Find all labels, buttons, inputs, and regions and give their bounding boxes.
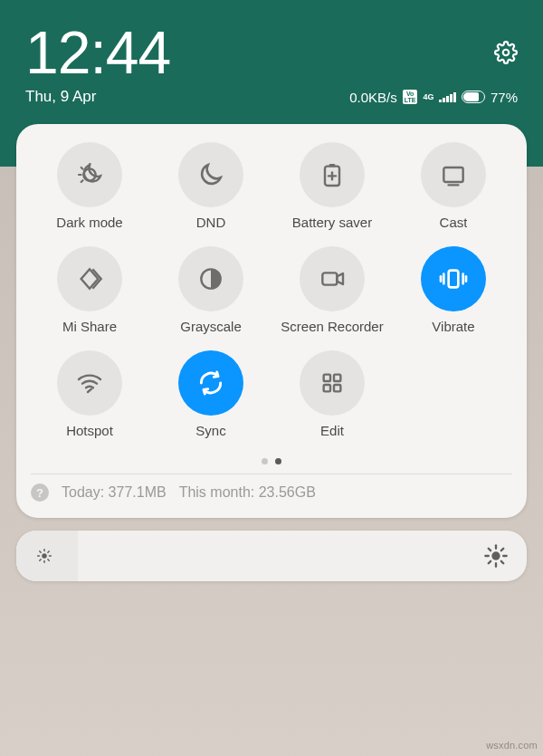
tile-mi-share[interactable]: Mi Share — [29, 246, 150, 334]
battery-percent: 77% — [491, 90, 518, 105]
status-indicators: 0.0KB/s VoLTE 4G 77% — [349, 90, 518, 105]
tile-edit[interactable]: Edit — [272, 350, 393, 438]
svg-line-17 — [489, 561, 491, 563]
data-usage-row[interactable]: ? Today: 377.1MB This month: 23.56GB — [29, 482, 514, 509]
settings-button[interactable] — [494, 41, 518, 64]
svg-line-9 — [48, 551, 49, 552]
info-icon: ? — [31, 483, 49, 502]
svg-point-1 — [42, 553, 47, 559]
tile-label: Mi Share — [62, 319, 117, 334]
half-circle-icon — [178, 246, 243, 311]
tile-label: Grayscale — [180, 319, 242, 334]
status-date: Thu, 9 Apr — [25, 88, 96, 106]
tile-label: Vibrate — [432, 319, 474, 334]
svg-point-10 — [491, 551, 500, 560]
tile-dark-mode[interactable]: Dark mode — [29, 142, 150, 230]
pagination-dots[interactable] — [29, 458, 514, 464]
moon-icon — [178, 142, 243, 207]
tile-battery-saver[interactable]: Battery saver — [272, 142, 393, 230]
network-type-icon: 4G — [423, 93, 433, 101]
tile-dnd[interactable]: DND — [150, 142, 272, 230]
brightness-slider[interactable] — [16, 531, 527, 581]
svg-line-8 — [40, 560, 41, 560]
status-header: 12:44 Thu, 9 Apr 0.0KB/s VoLTE 4G 77% — [0, 0, 543, 113]
panel-divider — [31, 474, 512, 474]
grid-icon — [300, 350, 365, 416]
volte-icon: VoLTE — [403, 90, 418, 104]
tile-grayscale[interactable]: Grayscale — [150, 246, 272, 334]
tile-label: Hotspot — [66, 423, 113, 438]
tile-label: Edit — [320, 423, 344, 438]
tile-label: Dark mode — [56, 215, 122, 230]
tile-label: Sync — [195, 423, 225, 438]
tile-label: Cast — [440, 215, 468, 230]
tile-label: Battery saver — [292, 215, 372, 230]
svg-point-0 — [503, 50, 510, 56]
tile-grid: Dark modeDNDBattery saverCastMi ShareGra… — [29, 142, 514, 438]
watermark: wsxdn.com — [486, 740, 538, 751]
wifi-hotspot-icon — [57, 350, 122, 416]
dark-mode-icon — [57, 142, 122, 207]
net-speed: 0.0KB/s — [349, 90, 397, 105]
share-diamond-icon — [57, 246, 122, 311]
signal-bars-icon — [439, 91, 456, 102]
tile-label: DND — [196, 215, 226, 230]
brightness-high-icon — [483, 543, 509, 569]
quick-settings-panel: Dark modeDNDBattery saverCastMi ShareGra… — [16, 124, 527, 518]
tile-screen-recorder[interactable]: Screen Recorder — [272, 246, 393, 334]
video-camera-icon — [300, 246, 365, 311]
sync-icon — [178, 350, 243, 416]
tile-vibrate[interactable]: Vibrate — [393, 246, 514, 334]
page-dot-2[interactable] — [275, 458, 281, 464]
battery-icon — [462, 91, 485, 103]
data-usage-today: Today: 377.1MB — [62, 484, 167, 501]
battery-plus-icon — [300, 142, 365, 207]
svg-line-6 — [40, 551, 41, 552]
clock-time: 12:44 — [25, 23, 170, 82]
cast-icon — [421, 142, 486, 207]
tile-sync[interactable]: Sync — [150, 350, 272, 438]
tile-label: Screen Recorder — [281, 319, 383, 334]
vibrate-icon — [421, 246, 486, 311]
brightness-low-icon — [34, 546, 54, 566]
svg-line-7 — [48, 560, 49, 560]
data-usage-month: This month: 23.56GB — [179, 484, 316, 501]
svg-line-16 — [501, 561, 503, 563]
tile-hotspot[interactable]: Hotspot — [29, 350, 150, 438]
tile-cast[interactable]: Cast — [393, 142, 514, 230]
page-dot-1[interactable] — [262, 458, 268, 464]
svg-line-15 — [489, 549, 491, 550]
gear-icon — [494, 41, 518, 64]
svg-line-18 — [501, 549, 503, 550]
